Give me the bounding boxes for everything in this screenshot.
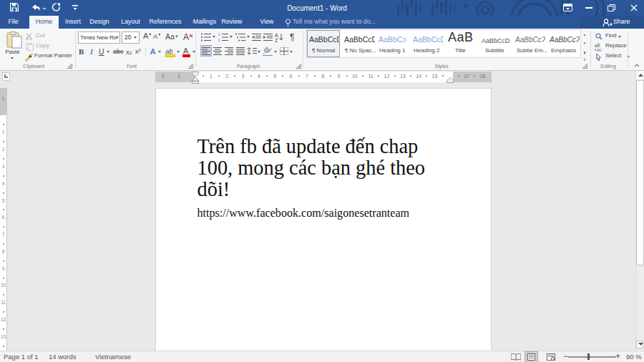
svg-text:2: 2 bbox=[218, 38, 220, 41]
svg-text:A: A bbox=[275, 33, 278, 38]
svg-text:ac: ac bbox=[597, 47, 602, 52]
svg-text:1: 1 bbox=[218, 33, 220, 36]
svg-text:A: A bbox=[183, 32, 189, 41]
svg-text:Z: Z bbox=[275, 38, 278, 42]
